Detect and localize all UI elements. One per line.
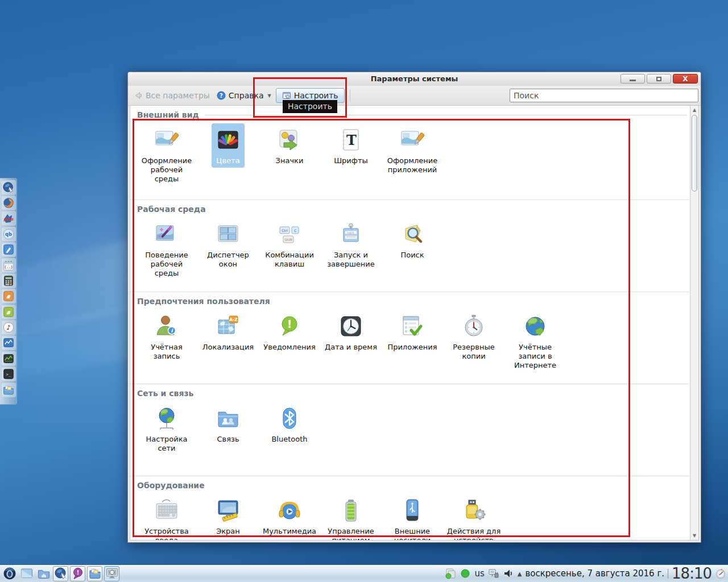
audio-player-launcher[interactable]: ♪ — [1, 320, 16, 335]
date-code-icon: {..} — [2, 259, 15, 272]
section-title: Сеть и связь — [137, 389, 193, 398]
system-monitor-green-launcher[interactable] — [1, 351, 16, 366]
clock-display[interactable]: 18:10 — [672, 565, 712, 582]
svg-text:A-Z: A-Z — [229, 317, 238, 322]
window-controls: X — [621, 74, 698, 84]
item-label: Настройка сети — [139, 435, 195, 453]
text-editor-launcher[interactable] — [1, 242, 16, 257]
desktop: plusqb{..}♪>_ Параметры системы X Все па… — [0, 0, 728, 582]
firefox-launcher[interactable] — [1, 196, 16, 210]
item-label: Учётные записи в Интернете — [507, 343, 563, 370]
removable-media-icon — [399, 497, 426, 524]
all-settings-button[interactable]: Все параметры — [134, 91, 210, 100]
date-time-icon — [337, 313, 365, 340]
taskbar-kickoff-menu-button[interactable] — [2, 566, 17, 581]
settings-item-search-settings[interactable]: Поиск — [382, 218, 443, 280]
taskbar-system-settings-button[interactable] — [104, 566, 119, 581]
settings-section: ОборудованиеУстройства вводаЭкранМультим… — [130, 476, 689, 541]
window-manager-icon — [214, 221, 242, 248]
settings-item-connectivity[interactable]: Связь — [197, 402, 259, 455]
file-manager-icon — [2, 384, 15, 396]
settings-item-shortcuts[interactable]: CtrlCShiftКомбинации клавиш — [259, 218, 320, 280]
settings-item-bluetooth[interactable]: Bluetooth — [259, 402, 320, 455]
online-accounts-icon — [522, 313, 549, 340]
settings-item-localization[interactable]: A-ZЛокализация — [197, 310, 259, 372]
firefox-icon — [2, 197, 15, 209]
settings-item-icons[interactable]: Значки — [259, 123, 320, 186]
help-label: Справка — [229, 91, 264, 100]
touchpad-orange-launcher[interactable] — [1, 289, 16, 304]
tray-expand-icon[interactable]: ▲ — [518, 571, 522, 577]
system-monitor-blue-launcher[interactable] — [1, 335, 16, 350]
item-label: Мультимедиа — [263, 527, 316, 536]
terminal-launcher[interactable]: >_ — [1, 367, 16, 381]
item-label: Bluetooth — [271, 435, 307, 444]
search-input[interactable] — [510, 89, 698, 102]
clipboard-tray-icon[interactable] — [445, 568, 456, 579]
minimize-button[interactable] — [621, 74, 645, 84]
help-icon: ? — [217, 91, 226, 100]
settings-item-device-actions[interactable]: Действия для устройств — [443, 494, 504, 541]
touchpad-green-launcher[interactable] — [1, 305, 16, 319]
vertical-scrollbar[interactable]: ▲ ▼ — [690, 106, 698, 540]
status-circle-icon[interactable] — [460, 568, 471, 579]
taskbar-show-desktop-button[interactable] — [19, 566, 34, 581]
item-label: Поведение рабочей среды — [139, 251, 195, 278]
settings-item-input-devices[interactable]: Устройства ввода — [136, 494, 197, 541]
system-settings-window: Параметры системы X Все параметры ? Спра… — [127, 72, 701, 543]
settings-item-online-accounts[interactable]: Учётные записи в Интернете — [504, 310, 566, 372]
text-editor-icon — [2, 243, 15, 256]
item-label: Цвета — [216, 156, 239, 165]
fonts-icon: T — [337, 126, 365, 153]
settings-item-applications[interactable]: Приложения — [382, 310, 443, 372]
settings-item-application-appearance[interactable]: Оформление приложений — [382, 123, 443, 186]
settings-item-startup-shutdown[interactable]: login******Запуск и завершение — [320, 218, 382, 280]
maximize-icon — [656, 77, 661, 81]
toolbar-separator — [350, 89, 350, 102]
settings-item-multimedia[interactable]: Мультимедиа — [259, 494, 320, 541]
volume-icon[interactable] — [503, 568, 514, 579]
scroll-down-icon[interactable]: ▼ — [690, 533, 698, 538]
kickoff-menu-icon — [3, 567, 16, 580]
workspace-behavior-icon — [153, 221, 180, 248]
date-display[interactable]: воскресенье, 7 августа 2016 г. — [525, 568, 664, 579]
taskbar-file-manager-button[interactable] — [87, 566, 102, 581]
icons-icon — [276, 126, 303, 153]
settings-item-fonts[interactable]: TШрифты — [320, 123, 382, 186]
settings-item-network-settings[interactable]: Настройка сети — [136, 402, 197, 455]
section-title: Рабочая среда — [137, 205, 206, 214]
settings-item-display[interactable]: Экран — [197, 494, 259, 541]
item-label: Оформление рабочей среды — [139, 156, 195, 184]
settings-item-notifications[interactable]: !Уведомления — [259, 310, 320, 372]
close-button[interactable]: X — [673, 74, 698, 84]
startup-shutdown-icon: login****** — [337, 221, 365, 248]
keyboard-layout-indicator[interactable]: us — [474, 568, 484, 579]
maximize-button[interactable] — [647, 74, 671, 84]
file-manager-launcher[interactable] — [1, 383, 16, 397]
konqueror-launcher[interactable] — [1, 180, 16, 195]
settings-item-colors[interactable]: Цвета — [197, 123, 259, 186]
taskbar-kopete-button[interactable]: ! — [70, 566, 85, 581]
network-tray-icon[interactable] — [488, 568, 499, 579]
settings-item-removable-media[interactable]: Внешние носители — [382, 494, 443, 541]
settings-item-window-manager[interactable]: Диспетчер окон — [197, 218, 259, 280]
scrollbar-thumb[interactable] — [692, 115, 697, 192]
taskbar-konqueror-button[interactable] — [53, 566, 68, 581]
qbittorrent-launcher[interactable]: qb — [1, 227, 16, 242]
titlebar[interactable]: Параметры системы X — [128, 72, 701, 86]
settings-item-power-management[interactable]: Управление питанием — [320, 494, 382, 541]
settings-item-workspace-behavior[interactable]: Поведение рабочей среды — [136, 218, 197, 280]
connectivity-icon — [214, 405, 242, 432]
taskbar-home-folder-button[interactable] — [36, 566, 51, 581]
scroll-up-icon[interactable]: ▲ — [690, 107, 698, 113]
settings-item-workspace-appearance[interactable]: Оформление рабочей среды — [136, 123, 197, 186]
calculator-launcher[interactable] — [1, 273, 16, 288]
timer-tray-icon[interactable] — [715, 568, 726, 579]
settings-item-user-account[interactable]: iУчётная запись — [136, 310, 197, 372]
help-button[interactable]: ? Справка ▼ — [217, 91, 271, 100]
date-code-launcher[interactable]: {..} — [1, 258, 16, 273]
plus-messenger-launcher[interactable]: plus — [1, 211, 16, 226]
item-label: Экран — [216, 527, 240, 536]
settings-item-backups[interactable]: Резервные копии — [443, 310, 504, 372]
settings-item-date-time[interactable]: Дата и время — [320, 310, 382, 372]
